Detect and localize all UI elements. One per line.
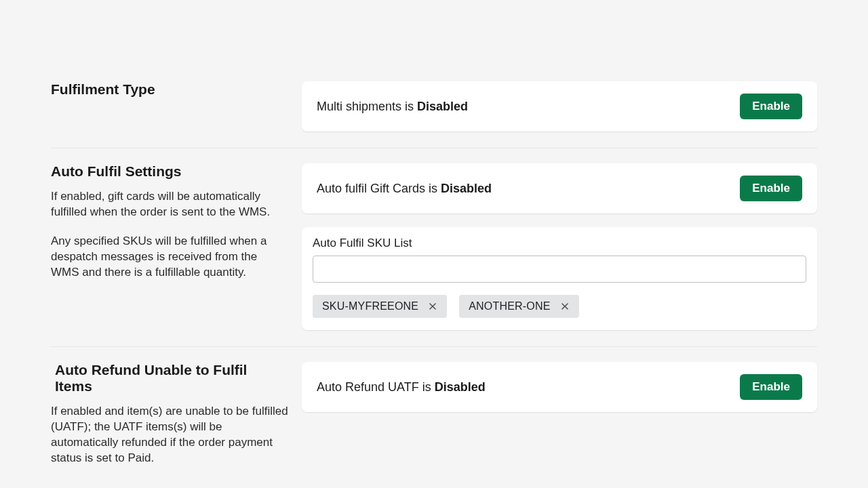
section-fulfilment-type: Fulfilment Type Multi shipments is Disab… [51,0,817,148]
auto-fulfil-sku-input[interactable] [313,256,806,283]
auto-refund-status-state: Disabled [435,380,486,394]
auto-fulfil-giftcards-status: Auto fulfil Gift Cards is Disabled [317,182,492,196]
auto-fulfil-title: Auto Fulfil Settings [51,163,288,180]
auto-fulfil-sku-label: Auto Fulfil SKU List [313,237,806,250]
auto-refund-status: Auto Refund UATF is Disabled [317,380,486,394]
sku-chip-label: ANOTHER-ONE [469,300,550,312]
auto-fulfil-desc-2: Any specified SKUs will be fulfilled whe… [51,234,288,281]
close-icon[interactable] [557,299,572,314]
multi-shipments-status-state: Disabled [417,100,468,113]
enable-auto-refund-button[interactable]: Enable [740,374,802,400]
auto-fulfil-giftcards-card: Auto fulfil Gift Cards is Disabled Enabl… [302,163,817,214]
enable-multi-shipments-button[interactable]: Enable [740,94,802,119]
fulfilment-type-title: Fulfilment Type [51,81,288,98]
auto-fulfil-desc-1: If enabled, gift cards will be automatic… [51,189,288,220]
sku-chip-label: SKU-MYFREEONE [322,300,418,312]
auto-refund-status-prefix: Auto Refund UATF is [317,380,435,394]
section-auto-refund: Auto Refund Unable to Fulfil Items If en… [51,347,817,483]
auto-fulfil-giftcards-state: Disabled [441,182,492,195]
close-icon[interactable] [425,299,440,314]
section-auto-fulfil: Auto Fulfil Settings If enabled, gift ca… [51,148,817,347]
auto-fulfil-sku-card: Auto Fulfil SKU List SKU-MYFREEONE ANOTH… [302,227,817,330]
enable-auto-fulfil-giftcards-button[interactable]: Enable [740,176,802,201]
auto-refund-title: Auto Refund Unable to Fulfil Items [55,362,288,394]
sku-chip: SKU-MYFREEONE [313,295,447,318]
auto-fulfil-giftcards-prefix: Auto fulfil Gift Cards is [317,182,441,195]
multi-shipments-status-prefix: Multi shipments is [317,100,417,113]
auto-fulfil-sku-chip-row: SKU-MYFREEONE ANOTHER-ONE [313,295,806,318]
fulfilment-type-card: Multi shipments is Disabled Enable [302,81,817,131]
sku-chip: ANOTHER-ONE [459,295,578,318]
auto-refund-desc: If enabled and item(s) are unable to be … [51,404,288,466]
multi-shipments-status: Multi shipments is Disabled [317,100,468,114]
auto-refund-card: Auto Refund UATF is Disabled Enable [302,362,817,412]
